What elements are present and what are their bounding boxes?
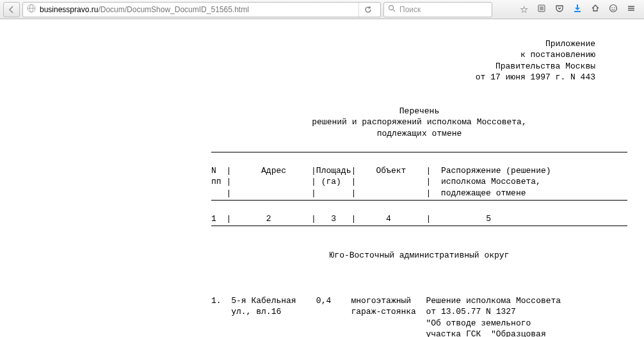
svg-point-12 [611, 7, 613, 8]
document-body: Приложение к постановлению Правительства… [211, 27, 627, 337]
content-area: Приложение к постановлению Правительства… [0, 19, 644, 337]
section-title: Юго-Восточный административный округ [211, 250, 627, 261]
table-header-row: N | Адрес |Площадь| Объект | Распоряжени… [211, 166, 551, 198]
browser-toolbar: businesspravo.ru/Docum/DocumShow_DocumID… [0, 0, 644, 19]
table-colnum-row: 1 | 2 | 3 | 4 | 5 [211, 214, 491, 224]
star-icon[interactable]: ☆ [520, 4, 528, 15]
table-row: 1. 5-я Кабельная 0,4 многоэтажный Решени… [211, 296, 561, 337]
home-icon[interactable] [591, 4, 600, 15]
svg-point-11 [610, 5, 617, 12]
doc-title: Перечень решений и распоряжений исполком… [211, 106, 627, 140]
list-icon[interactable] [537, 4, 546, 15]
back-button[interactable] [3, 2, 20, 17]
search-bar[interactable]: Поиск [383, 2, 492, 17]
svg-line-4 [393, 10, 395, 12]
globe-icon [27, 4, 36, 15]
reload-button[interactable] [358, 3, 376, 17]
search-placeholder: Поиск [399, 5, 421, 14]
appendix-header: Приложение к постановлению Правительства… [211, 38, 627, 83]
feedback-icon[interactable] [609, 4, 618, 15]
url-bar[interactable]: businesspravo.ru/Docum/DocumShow_DocumID… [22, 2, 381, 17]
svg-point-13 [614, 7, 615, 8]
menu-icon[interactable] [627, 4, 636, 15]
download-icon[interactable] [573, 4, 582, 15]
search-icon [388, 4, 396, 14]
url-text: businesspravo.ru/Docum/DocumShow_DocumID… [40, 5, 249, 14]
toolbar-icons: ☆ [515, 4, 641, 15]
svg-point-3 [389, 6, 394, 10]
pocket-icon[interactable] [555, 4, 564, 15]
